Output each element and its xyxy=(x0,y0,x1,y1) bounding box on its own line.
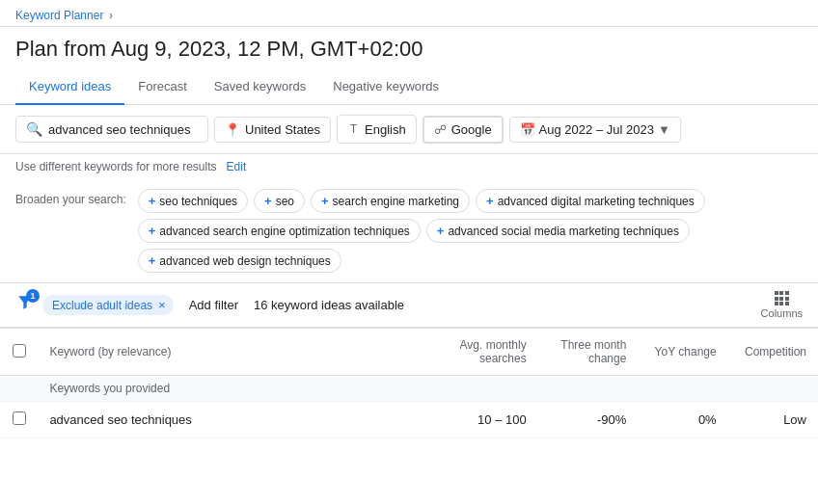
chip-label: seo xyxy=(276,195,294,208)
chip-plus-icon: + xyxy=(437,224,445,238)
search-value: advanced seo techniques xyxy=(48,122,190,137)
chip-label: search engine marketing xyxy=(333,195,459,208)
page-title: Plan from Aug 9, 2023, 12 PM, GMT+02:00 xyxy=(15,37,803,62)
breadcrumb-link[interactable]: Keyword Planner xyxy=(15,9,103,22)
columns-button[interactable]: Columns xyxy=(761,291,803,319)
top-bar: Keyword Planner › xyxy=(0,0,818,27)
chip-plus-icon: + xyxy=(149,194,156,208)
suggestion-row: Use different keywords for more results … xyxy=(0,154,818,179)
filter-badge: 1 xyxy=(26,289,40,303)
active-filters-row: 1 Exclude adult ideas × Add filter 16 ke… xyxy=(0,283,818,328)
location-value: United States xyxy=(245,122,320,137)
tab-keyword-ideas[interactable]: Keyword ideas xyxy=(15,69,124,105)
group-row-provided: Keywords you provided xyxy=(0,376,818,402)
chip-label: seo techniques xyxy=(159,195,237,208)
edit-link[interactable]: Edit xyxy=(227,160,247,173)
date-range-value: Aug 2022 – Jul 2023 xyxy=(539,122,654,137)
tab-saved-keywords[interactable]: Saved keywords xyxy=(201,69,319,105)
chip-label: advanced social media marketing techniqu… xyxy=(448,225,678,238)
broaden-label: Broaden your search: xyxy=(15,189,126,208)
add-filter-button[interactable]: Add filter xyxy=(181,294,246,316)
select-all-col xyxy=(0,329,38,376)
location-icon: 📍 xyxy=(225,122,240,137)
language-icon: Ｔ xyxy=(347,120,360,138)
col-header-yoy: YoY change xyxy=(638,329,727,376)
table-section: Keyword (by relevance) Avg. monthly sear… xyxy=(0,328,818,438)
row-avg-monthly: 10 – 100 xyxy=(408,402,538,438)
col-header-three-month: Three month change xyxy=(538,329,639,376)
chip-advanced-web-design[interactable]: + advanced web design techniques xyxy=(138,249,341,273)
date-pill[interactable]: 📅 Aug 2022 – Jul 2023 ▼ xyxy=(509,117,681,143)
network-pill[interactable]: ☍ Google xyxy=(423,116,504,144)
calendar-icon: 📅 xyxy=(520,122,535,137)
search-pill[interactable]: 🔍 advanced seo techniques xyxy=(15,116,208,143)
broaden-section: Broaden your search: + seo techniques + … xyxy=(0,179,818,283)
keyword-chips: + seo techniques + seo + search engine m… xyxy=(138,189,803,273)
filter-tag-exclude-adult[interactable]: Exclude adult ideas × xyxy=(42,295,174,315)
chip-plus-icon: + xyxy=(486,194,494,208)
location-pill[interactable]: 📍 United States xyxy=(214,117,331,143)
group-label: Keywords you provided xyxy=(38,376,818,402)
chip-advanced-seo-opt[interactable]: + advanced search engine optimization te… xyxy=(138,219,421,243)
row-competition: Low xyxy=(728,402,818,438)
suggestion-text: Use different keywords for more results xyxy=(15,160,217,173)
filter-bar: 🔍 advanced seo techniques 📍 United State… xyxy=(0,105,818,154)
chip-search-engine-marketing[interactable]: + search engine marketing xyxy=(311,189,470,213)
chip-label: advanced search engine optimization tech… xyxy=(159,225,410,238)
row-yoy: 0% xyxy=(638,402,727,438)
col-header-keyword: Keyword (by relevance) xyxy=(38,329,408,376)
ideas-count: 16 keyword ideas available xyxy=(254,298,753,312)
row-three-month: -90% xyxy=(538,402,639,438)
row-checkbox[interactable] xyxy=(13,411,26,425)
tabs-container: Keyword ideas Forecast Saved keywords Ne… xyxy=(0,69,818,105)
col-header-avg-monthly: Avg. monthly searches xyxy=(408,329,538,376)
col-header-competition: Competition xyxy=(728,329,818,376)
columns-grid-icon xyxy=(775,291,789,305)
chip-label: advanced web design techniques xyxy=(159,254,330,268)
table-row: advanced seo techniques 10 – 100 -90% 0%… xyxy=(0,402,818,438)
columns-label: Columns xyxy=(761,307,803,319)
chip-label: advanced digital marketing techniques xyxy=(498,195,695,208)
chip-plus-icon: + xyxy=(149,253,156,268)
language-value: English xyxy=(365,122,406,137)
chip-plus-icon: + xyxy=(321,194,329,208)
row-keyword: advanced seo techniques xyxy=(38,402,408,438)
network-value: Google xyxy=(451,122,492,137)
filter-tag-close-icon[interactable]: × xyxy=(158,298,166,312)
search-icon: 🔍 xyxy=(26,121,42,137)
row-checkbox-col xyxy=(0,402,38,438)
chip-plus-icon: + xyxy=(149,224,156,238)
select-all-checkbox[interactable] xyxy=(13,344,26,358)
chip-plus-icon: + xyxy=(264,194,272,208)
breadcrumb-chevron: › xyxy=(109,9,113,22)
chip-seo[interactable]: + seo xyxy=(254,189,305,213)
filter-tag-label: Exclude adult ideas xyxy=(52,299,152,312)
tab-negative-keywords[interactable]: Negative keywords xyxy=(319,69,452,105)
filter-icon-wrapper[interactable]: 1 xyxy=(15,293,35,317)
page-title-section: Plan from Aug 9, 2023, 12 PM, GMT+02:00 xyxy=(0,27,818,62)
tab-forecast[interactable]: Forecast xyxy=(124,69,201,105)
dropdown-chevron-icon: ▼ xyxy=(658,122,670,137)
chip-seo-techniques[interactable]: + seo techniques xyxy=(138,189,248,213)
language-pill[interactable]: Ｔ English xyxy=(337,115,417,144)
chip-advanced-digital-marketing[interactable]: + advanced digital marketing techniques xyxy=(476,189,705,213)
network-icon: ☍ xyxy=(434,122,447,137)
chip-advanced-social-media[interactable]: + advanced social media marketing techni… xyxy=(426,219,690,243)
